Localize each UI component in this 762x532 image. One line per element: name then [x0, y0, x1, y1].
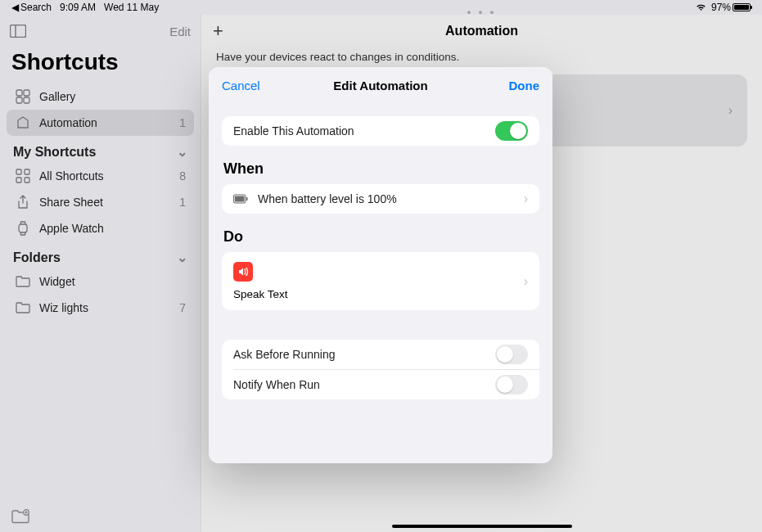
ask-before-running-label: Ask Before Running — [233, 348, 495, 361]
when-condition-row[interactable]: When battery level is 100% › — [222, 184, 539, 214]
when-condition-label: When battery level is 100% — [258, 192, 528, 205]
speaker-icon — [233, 262, 253, 282]
notify-when-run-label: Notify When Run — [233, 378, 495, 391]
do-action-row[interactable]: Speak Text › — [222, 252, 539, 310]
done-button[interactable]: Done — [509, 79, 540, 92]
battery-icon — [233, 192, 248, 206]
when-header: When — [223, 160, 538, 178]
ask-before-running-toggle[interactable] — [495, 345, 528, 364]
do-header: Do — [223, 228, 538, 246]
modal-title: Edit Automation — [209, 79, 552, 92]
do-action-label: Speak Text — [233, 288, 528, 300]
chevron-right-icon: › — [524, 274, 528, 289]
svg-rect-15 — [246, 197, 248, 201]
edit-automation-modal: Cancel Edit Automation Done Enable This … — [209, 67, 552, 463]
chevron-right-icon: › — [524, 192, 528, 206]
notify-when-run-toggle[interactable] — [495, 375, 528, 394]
enable-automation-label: Enable This Automation — [233, 124, 495, 138]
svg-rect-14 — [235, 196, 245, 201]
cancel-button[interactable]: Cancel — [222, 79, 260, 92]
enable-automation-toggle[interactable] — [495, 121, 528, 141]
